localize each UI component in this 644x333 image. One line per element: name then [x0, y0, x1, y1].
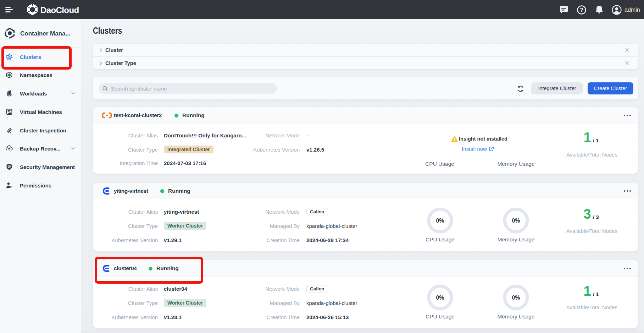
svg-text:?: ?: [580, 7, 583, 13]
